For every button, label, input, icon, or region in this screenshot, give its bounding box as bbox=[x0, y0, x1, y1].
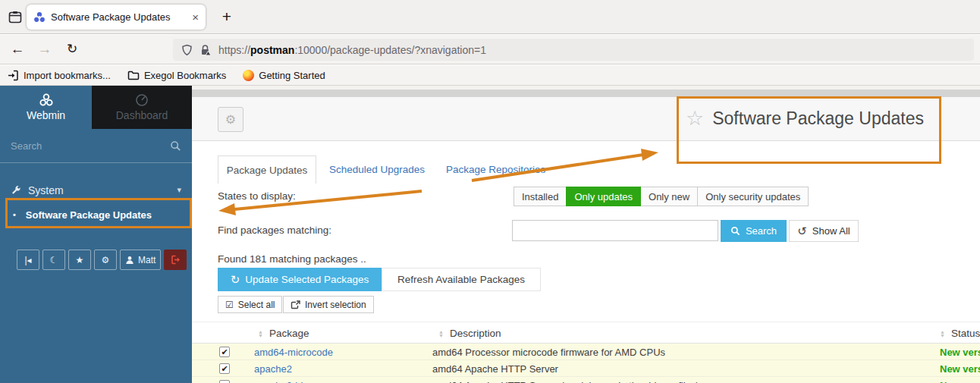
sidebar-item-label: Software Package Updates bbox=[26, 209, 152, 221]
sidebar-tab-label: Dashboard bbox=[116, 109, 168, 121]
sort-icon[interactable]: ▲▼ bbox=[258, 330, 263, 337]
column-header-label: Status bbox=[951, 328, 980, 339]
search-icon[interactable] bbox=[170, 140, 181, 152]
webmin-logo-icon bbox=[39, 93, 53, 107]
top-gray-strip bbox=[192, 89, 980, 97]
column-header-description[interactable]: ▲▼ Description bbox=[438, 322, 501, 344]
sidebar-bottom-toolbar: |◂ ☾ ★ ⚙ Matt bbox=[17, 250, 187, 270]
bullet-icon: • bbox=[13, 210, 16, 219]
chevron-down-icon[interactable]: ▾ bbox=[177, 185, 181, 195]
refresh-button-label: Refresh Available Packages bbox=[397, 274, 525, 285]
shield-icon[interactable] bbox=[181, 44, 193, 56]
page-title-text: Software Package Updates bbox=[712, 108, 924, 129]
tab-title: Software Package Updates bbox=[51, 11, 187, 23]
lock-warning-icon[interactable] bbox=[199, 44, 212, 56]
invert-selection-button[interactable]: Invert selection bbox=[283, 296, 374, 313]
share-arrow-icon bbox=[291, 300, 300, 309]
sidebar: Webmin Dashboard System ▾ • Software Pac… bbox=[0, 86, 192, 383]
checkbox-checked-icon: ☑ bbox=[225, 300, 234, 310]
logout-button[interactable] bbox=[164, 250, 187, 270]
column-header-label: Package bbox=[269, 328, 309, 339]
dashboard-gauge-icon bbox=[135, 93, 149, 107]
collapse-icon: |◂ bbox=[24, 255, 31, 265]
invert-selection-label: Invert selection bbox=[305, 300, 366, 310]
user-icon bbox=[125, 256, 134, 265]
row-checkbox[interactable]: ✔ bbox=[219, 363, 230, 374]
browser-tab-bar: Software Package Updates × + bbox=[0, 0, 980, 34]
back-icon[interactable]: ← bbox=[6, 38, 29, 61]
state-only-security-updates-button[interactable]: Only security updates bbox=[697, 187, 809, 206]
new-tab-button[interactable]: + bbox=[216, 6, 237, 27]
found-packages-text: Found 181 matching packages .. bbox=[218, 253, 366, 265]
package-link[interactable]: amd64-microcode bbox=[254, 347, 333, 358]
star-icon: ★ bbox=[76, 255, 84, 265]
reload-icon[interactable]: ↻ bbox=[61, 38, 83, 61]
module-config-button[interactable]: ⚙ bbox=[218, 107, 243, 132]
search-icon bbox=[730, 226, 740, 236]
browser-toolbar: ← → ↻ https://postman:10000/package-upda… bbox=[0, 35, 980, 64]
screen: { "browser": { "tab_title": "Software Pa… bbox=[0, 0, 980, 383]
favorite-star-icon[interactable]: ☆ bbox=[686, 106, 704, 130]
show-all-button[interactable]: ↺ Show All bbox=[789, 220, 859, 242]
user-button[interactable]: Matt bbox=[120, 250, 161, 270]
webmin-favicon-icon bbox=[33, 11, 46, 24]
sort-icon[interactable]: ▲▼ bbox=[438, 330, 444, 337]
column-header-package[interactable]: ▲▼ Package bbox=[258, 322, 309, 344]
settings-button[interactable]: ⚙ bbox=[94, 250, 117, 270]
sidebar-section-label: System bbox=[28, 184, 64, 196]
sidebar-tab-dashboard[interactable]: Dashboard bbox=[92, 86, 192, 129]
state-only-updates-button[interactable]: Only updates bbox=[566, 187, 641, 206]
main-content: ⚙ ☆ Software Package Updates Package Upd… bbox=[192, 86, 980, 383]
package-link[interactable]: apache2-bin bbox=[254, 380, 309, 383]
column-header-label: Description bbox=[450, 328, 501, 339]
url-bar[interactable]: https://postman:10000/package-updates/?x… bbox=[173, 39, 974, 61]
sidebar-section-system[interactable]: System ▾ bbox=[0, 180, 192, 200]
find-packages-input[interactable] bbox=[512, 220, 718, 241]
state-installed-button[interactable]: Installed bbox=[514, 187, 567, 206]
search-button[interactable]: Search bbox=[721, 220, 787, 242]
sidebar-tab-webmin[interactable]: Webmin bbox=[0, 86, 92, 129]
sidebar-search-input[interactable] bbox=[11, 140, 170, 152]
bookmark-label: Getting Started bbox=[259, 70, 325, 81]
refresh-available-packages-button[interactable]: Refresh Available Packages bbox=[382, 268, 541, 291]
status-badge: New version bbox=[940, 380, 980, 383]
close-tab-icon[interactable]: × bbox=[192, 11, 199, 23]
tab-scheduled-upgrades[interactable]: Scheduled Upgrades bbox=[329, 164, 425, 175]
bookmark-label: Import bookmarks... bbox=[24, 70, 111, 81]
state-button-group: Installed Only updates Only new Only sec… bbox=[514, 187, 809, 206]
package-link[interactable]: apache2 bbox=[254, 363, 292, 375]
select-all-button[interactable]: ☑ Select all bbox=[218, 296, 282, 313]
state-only-new-button[interactable]: Only new bbox=[640, 187, 698, 206]
table-row: ✔ apache2 amd64 Apache HTTP Server New v… bbox=[192, 360, 980, 377]
bookmark-exegol[interactable]: Exegol Bookmarks bbox=[127, 70, 226, 81]
sidebar-tab-label: Webmin bbox=[27, 109, 65, 121]
tab-package-repositories[interactable]: Package Repositories bbox=[446, 164, 545, 175]
tab-package-updates[interactable]: Package Updates bbox=[218, 155, 316, 184]
refresh-icon: ↻ bbox=[231, 273, 240, 287]
row-checkbox[interactable]: ✔ bbox=[219, 347, 230, 357]
bookmark-label: Exegol Bookmarks bbox=[144, 70, 226, 81]
forward-icon[interactable]: → bbox=[33, 38, 56, 61]
bookmark-getting-started[interactable]: Getting Started bbox=[243, 70, 325, 81]
column-header-status[interactable]: ▲▼ Status bbox=[940, 322, 980, 344]
sidebar-tabs: Webmin Dashboard bbox=[0, 86, 192, 129]
firefox-view-icon[interactable] bbox=[6, 8, 24, 27]
import-icon bbox=[8, 70, 19, 81]
rotate-left-icon: ↺ bbox=[797, 224, 807, 238]
table-header-row: ▲▼ Package ▲▼ Description ▲▼ Status bbox=[192, 322, 980, 344]
sidebar-item-software-package-updates[interactable]: • Software Package Updates bbox=[0, 200, 192, 229]
browser-tab[interactable]: Software Package Updates × bbox=[27, 5, 206, 30]
row-checkbox[interactable]: ✔ bbox=[219, 380, 230, 383]
table-row: ✔ amd64-microcode amd64 Processor microc… bbox=[192, 344, 980, 360]
sort-icon[interactable]: ▲▼ bbox=[940, 330, 945, 337]
find-packages-label: Find packages matching: bbox=[218, 224, 331, 236]
collapse-sidebar-button[interactable]: |◂ bbox=[17, 250, 39, 270]
favorites-button[interactable]: ★ bbox=[68, 250, 91, 270]
update-button-label: Update Selected Packages bbox=[245, 274, 369, 285]
package-description: amd64 Apache HTTP Server bbox=[432, 363, 558, 375]
package-description: amd64 Apache HTTP Server (modules and ot… bbox=[432, 380, 699, 383]
bookmark-import[interactable]: Import bookmarks... bbox=[8, 70, 111, 81]
night-mode-button[interactable]: ☾ bbox=[42, 250, 65, 270]
update-selected-packages-button[interactable]: ↻ Update Selected Packages bbox=[218, 268, 382, 291]
status-badge: New version bbox=[940, 363, 980, 375]
